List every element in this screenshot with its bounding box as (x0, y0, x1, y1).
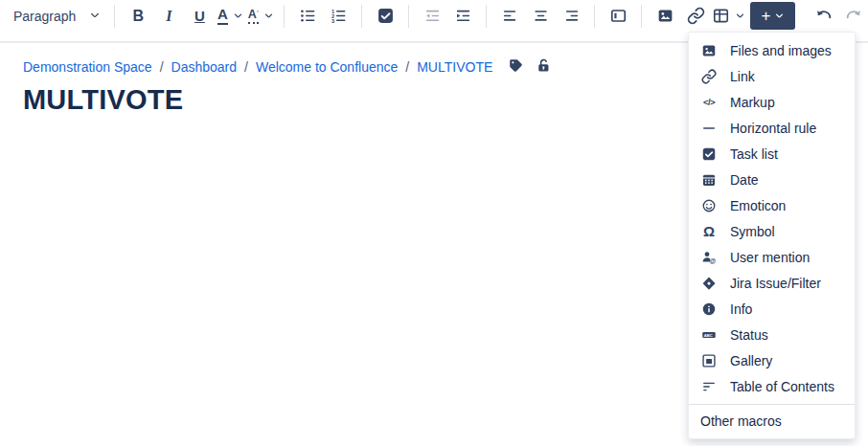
task-list-icon (377, 7, 395, 25)
layout-button[interactable] (604, 2, 632, 31)
menu-item-files-and-images[interactable]: Files and images (689, 37, 855, 63)
toolbar-separator (114, 5, 115, 28)
chevron-down-icon (233, 11, 243, 21)
menu-item-symbol[interactable]: Ω Symbol (689, 218, 855, 244)
align-center-button[interactable] (526, 2, 555, 31)
menu-item-task-list[interactable]: Task list (689, 141, 855, 167)
menu-item-date[interactable]: Date (689, 167, 855, 192)
svg-text:3: 3 (331, 18, 334, 24)
menu-item-table-of-contents[interactable]: Table of Contents (689, 373, 855, 399)
align-right-icon (562, 7, 581, 25)
chevron-down-icon (774, 8, 785, 25)
menu-item-horizontal-rule[interactable]: Horizontal rule (689, 115, 855, 141)
italic-button[interactable]: I (154, 2, 183, 31)
menu-item-emoticon[interactable]: Emoticon (689, 192, 855, 218)
plus-icon: + (761, 8, 770, 24)
outdent-icon (423, 7, 442, 25)
svg-text:ABC: ABC (704, 332, 713, 337)
undo-icon (814, 7, 833, 25)
bullet-list-icon (299, 7, 317, 25)
insert-table-button[interactable] (712, 2, 745, 31)
text-color-button[interactable]: A (216, 2, 244, 31)
redo-icon (845, 7, 863, 25)
menu-item-info[interactable]: Info (689, 296, 855, 322)
link-icon (687, 7, 705, 25)
menu-item-markup[interactable]: </> Markup (689, 89, 855, 115)
more-formatting-button[interactable]: A◦ (246, 2, 275, 31)
svg-text:@: @ (709, 256, 716, 263)
page-title: MULTIVOTE (23, 84, 183, 116)
breadcrumb-welcome-to-confluence[interactable]: Welcome to Confluence (256, 59, 398, 75)
gallery-icon (700, 352, 718, 369)
breadcrumb-multivote[interactable]: MULTIVOTE (417, 59, 492, 75)
menu-item-jira-issue-filter[interactable]: Jira Issue/Filter (689, 270, 855, 296)
breadcrumb: Demonstration Space / Dashboard / Welcom… (23, 57, 552, 77)
menu-item-link[interactable]: Link (689, 63, 855, 89)
unrestricted-unlock-icon[interactable] (536, 57, 552, 77)
jira-icon (700, 275, 718, 292)
menu-item-other-macros[interactable]: Other macros (689, 404, 855, 438)
info-icon (700, 301, 718, 318)
chevron-down-icon (263, 11, 274, 21)
align-right-button[interactable] (557, 2, 585, 31)
toolbar-separator (361, 5, 362, 28)
layout-icon (609, 7, 628, 25)
table-icon (712, 7, 730, 25)
calendar-icon (700, 171, 718, 189)
insert-link-button[interactable] (681, 2, 710, 31)
toolbar-separator (594, 5, 595, 28)
menu-item-status[interactable]: ABC Status (689, 322, 855, 347)
align-left-button[interactable] (495, 2, 524, 31)
paragraph-style-dropdown[interactable]: Paragraph (10, 2, 106, 31)
link-icon (700, 68, 718, 85)
toolbar-separator (284, 5, 285, 28)
toolbar-separator (408, 5, 409, 28)
numbered-list-button[interactable]: 123 (324, 2, 353, 31)
insert-more-content-button[interactable]: + (750, 2, 795, 30)
breadcrumb-dashboard[interactable]: Dashboard (171, 59, 238, 75)
menu-item-gallery[interactable]: Gallery (689, 347, 855, 373)
underline-button[interactable]: U (185, 2, 214, 31)
image-icon (700, 42, 718, 59)
breadcrumb-separator: / (244, 59, 248, 75)
user-mention-icon: @ (700, 249, 718, 266)
task-list-button[interactable] (371, 2, 400, 31)
numbered-list-icon: 123 (330, 7, 348, 25)
image-icon (656, 7, 674, 25)
labels-tag-icon[interactable] (508, 57, 524, 77)
paragraph-style-label: Paragraph (13, 9, 76, 24)
chevron-down-icon (735, 11, 745, 21)
undo-button[interactable] (809, 2, 837, 31)
bullet-list-button[interactable] (293, 2, 322, 31)
table-of-contents-icon (700, 378, 718, 395)
redo-button (839, 2, 868, 31)
align-center-icon (532, 7, 550, 25)
toolbar-separator (641, 5, 642, 28)
bold-button[interactable]: B (124, 2, 152, 31)
breadcrumb-separator: / (160, 59, 164, 75)
breadcrumb-demonstration-space[interactable]: Demonstration Space (23, 59, 152, 75)
toolbar-separator (486, 5, 487, 28)
omega-symbol-icon: Ω (700, 223, 718, 240)
status-icon: ABC (700, 326, 718, 344)
chevron-down-icon (89, 9, 101, 24)
emoticon-icon (700, 197, 718, 214)
horizontal-rule-icon (700, 120, 718, 137)
insert-image-button[interactable] (651, 2, 679, 31)
indent-button[interactable] (448, 2, 477, 31)
indent-icon (454, 7, 472, 25)
insert-menu: Files and images Link </> Markup Horizon… (688, 32, 856, 439)
menu-item-user-mention[interactable]: @ User mention (689, 244, 855, 270)
breadcrumb-separator: / (405, 59, 409, 75)
task-list-icon (700, 145, 718, 163)
align-left-icon (501, 7, 519, 25)
markup-icon: </> (700, 94, 718, 111)
outdent-button (418, 2, 446, 31)
